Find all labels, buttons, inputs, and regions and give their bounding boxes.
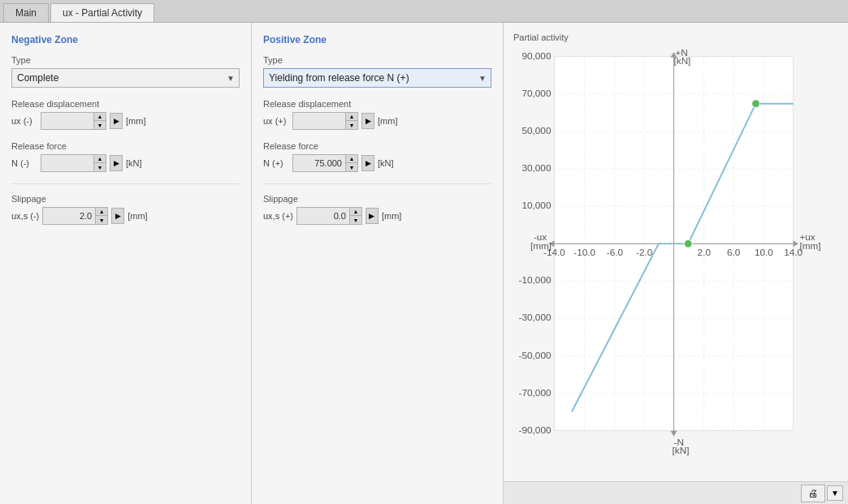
neg-release-force-group: Release force N (-) ▲ ▼ ▶ [kN] [11,141,240,172]
svg-text:10.0: 10.0 [755,247,773,257]
neg-ux-unit: [mm] [126,116,145,126]
neg-release-disp-group: Release displacement ux (-) ▲ ▼ ▶ [mm] [11,99,240,130]
neg-divider [11,183,240,184]
pos-uxs-spin-down[interactable]: ▼ [350,216,361,224]
pos-uxs-label: ux,s (+) [263,211,293,221]
svg-text:10,000: 10,000 [522,200,552,210]
neg-uxs-input[interactable] [43,209,95,223]
neg-slippage-label: Slippage [11,194,240,204]
chart-svg: +ux [mm] -ux [mm] +N [kN] -N [kN] -14.0 … [513,49,834,463]
svg-text:-90,000: -90,000 [519,424,552,435]
pos-release-force-label: Release force [263,141,491,151]
svg-text:50,000: 50,000 [522,125,552,136]
neg-uxs-label: ux,s (-) [11,211,39,221]
pos-release-force-group: Release force N (+) ▲ ▼ ▶ [kN] [263,141,491,172]
bottom-bar: 🖨 ▼ [504,481,848,504]
pos-n-input[interactable] [293,156,345,170]
neg-n-row: N (-) ▲ ▼ ▶ [kN] [11,154,240,172]
pos-uxs-spin: ▲ ▼ [296,207,362,225]
svg-text:90,000: 90,000 [522,50,552,61]
svg-point-58 [752,100,760,108]
neg-release-force-label: Release force [11,141,240,151]
pos-release-disp-group: Release displacement ux (+) ▲ ▼ ▶ [mm] [263,99,491,130]
neg-type-select-wrapper: Complete Yielding from release force N (… [11,68,240,88]
neg-ux-spin-buttons: ▲ ▼ [93,113,106,129]
pos-type-select-wrapper: Complete Yielding from release force N (… [263,68,491,88]
svg-text:-2.0: -2.0 [636,247,653,257]
neg-n-spin: ▲ ▼ [41,154,106,172]
neg-uxs-spin: ▲ ▼ [42,207,108,225]
neg-n-arrow-btn[interactable]: ▶ [110,155,123,171]
pos-type-select[interactable]: Complete Yielding from release force N (… [263,68,491,88]
neg-uxs-arrow-btn[interactable]: ▶ [111,208,124,224]
pos-n-spin-down[interactable]: ▼ [346,163,357,171]
neg-release-disp-label: Release displacement [11,99,240,109]
tabs-bar: Main ux - Partial Activity [0,0,848,23]
pos-ux-spin-up[interactable]: ▲ [346,113,357,121]
pos-type-label: Type [263,55,491,65]
pos-ux-row: ux (+) ▲ ▼ ▶ [mm] [263,112,491,130]
pos-type-group: Type Complete Yielding from release forc… [263,55,491,88]
main-content: Negative Zone Type Complete Yielding fro… [0,23,848,504]
pos-ux-spin: ▲ ▼ [292,112,358,130]
pos-n-spin-up[interactable]: ▲ [346,155,357,163]
negative-zone-panel: Negative Zone Type Complete Yielding fro… [0,23,252,504]
svg-text:-14.0: -14.0 [543,247,565,257]
svg-text:-70,000: -70,000 [519,387,552,398]
pos-slippage-label: Slippage [263,194,491,204]
pos-ux-input[interactable] [293,114,345,128]
neg-n-spin-down[interactable]: ▼ [94,163,106,171]
svg-marker-26 [671,431,677,437]
print-button[interactable]: 🖨 [801,485,825,502]
neg-n-spin-buttons: ▲ ▼ [93,155,106,171]
pos-ux-arrow-btn[interactable]: ▶ [361,113,374,129]
neg-n-unit: [kN] [126,158,142,168]
pos-uxs-unit: [mm] [382,211,401,221]
svg-text:-30,000: -30,000 [519,312,552,322]
neg-uxs-spin-down[interactable]: ▼ [96,216,107,224]
neg-ux-spin-down[interactable]: ▼ [94,121,106,129]
neg-uxs-unit: [mm] [128,211,147,221]
neg-uxs-spin-buttons: ▲ ▼ [95,208,107,224]
neg-ux-label: ux (-) [11,116,37,126]
printer-icon: 🖨 [808,488,818,499]
neg-uxs-spin-up[interactable]: ▲ [96,208,107,216]
svg-text:-6.0: -6.0 [607,247,624,257]
tab-ux-partial[interactable]: ux - Partial Activity [50,3,154,22]
pos-n-unit: [kN] [378,158,394,168]
positive-zone-title: Positive Zone [263,34,491,45]
svg-text:-10.0: -10.0 [573,247,595,257]
pos-ux-unit: [mm] [378,116,397,126]
neg-ux-spin-up[interactable]: ▲ [94,113,106,121]
pos-uxs-spin-up[interactable]: ▲ [350,208,361,216]
neg-ux-row: ux (-) ▲ ▼ ▶ [mm] [11,112,240,130]
neg-n-input[interactable] [41,156,93,170]
print-dropdown-btn[interactable]: ▼ [827,485,843,501]
pos-n-arrow-btn[interactable]: ▶ [361,155,374,171]
svg-text:[kN]: [kN] [673,445,690,455]
pos-n-row: N (+) ▲ ▼ ▶ [kN] [263,154,491,172]
neg-ux-arrow-btn[interactable]: ▶ [110,113,123,129]
svg-text:30,000: 30,000 [522,162,552,173]
neg-n-spin-up[interactable]: ▲ [94,155,106,163]
pos-uxs-input[interactable] [297,209,349,223]
pos-ux-label: ux (+) [263,116,289,126]
pos-ux-spin-down[interactable]: ▼ [346,121,357,129]
neg-uxs-row: ux,s (-) ▲ ▼ ▶ [mm] [11,207,240,225]
pos-n-label: N (+) [263,158,289,168]
chart-title: Partial activity [513,32,838,42]
svg-text:[kN]: [kN] [674,55,691,66]
pos-divider [263,183,491,184]
tab-main[interactable]: Main [3,3,49,22]
pos-uxs-row: ux,s (+) ▲ ▼ ▶ [mm] [263,207,491,225]
svg-text:6.0: 6.0 [727,247,741,257]
neg-type-select[interactable]: Complete Yielding from release force N (… [11,68,240,88]
pos-n-spin: ▲ ▼ [292,154,358,172]
pos-uxs-spin-buttons: ▲ ▼ [349,208,361,224]
pos-uxs-arrow-btn[interactable]: ▶ [366,208,379,224]
svg-text:70,000: 70,000 [522,88,552,98]
neg-n-label: N (-) [11,158,37,168]
svg-text:[mm]: [mm] [799,240,820,251]
neg-ux-input[interactable] [41,114,93,128]
svg-text:-50,000: -50,000 [519,350,552,360]
